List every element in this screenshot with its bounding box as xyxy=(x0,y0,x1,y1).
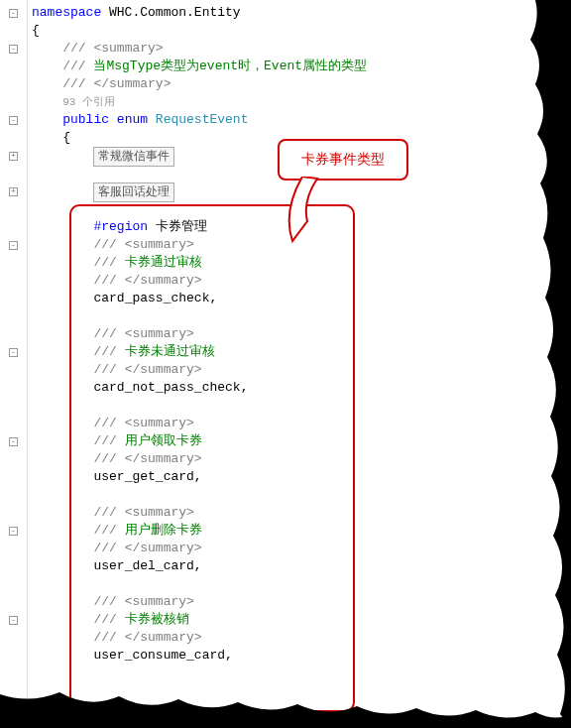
enum-member: card_pass_check, xyxy=(93,291,217,305)
doc-text: 卡券未通过审核 xyxy=(125,344,215,359)
doc-prefix: /// xyxy=(93,433,124,448)
doc-text: 当MsgType类型为event时，Event属性的类型 xyxy=(93,59,367,73)
enum-member: user_del_card, xyxy=(93,558,201,573)
fold-icon[interactable]: - xyxy=(9,437,18,446)
region-title: 卡券管理 xyxy=(148,219,207,234)
doc-text: 用户领取卡券 xyxy=(125,433,202,448)
doc-comment: /// <summary> xyxy=(93,416,193,430)
fold-icon[interactable]: - xyxy=(9,241,18,250)
fold-icon[interactable]: - xyxy=(9,527,18,536)
enum-member: user_consume_card, xyxy=(93,648,232,663)
brace: { xyxy=(32,23,40,38)
doc-comment: /// </summary> xyxy=(93,273,201,288)
doc-comment: /// </summary> xyxy=(93,362,201,377)
fold-icon[interactable]: - xyxy=(9,45,18,54)
doc-comment: /// </summary> xyxy=(93,630,201,645)
brace: { xyxy=(62,130,70,145)
doc-prefix: /// xyxy=(93,255,124,270)
gutter: - - - + + - - - - - xyxy=(0,0,28,728)
doc-comment: /// </summary> xyxy=(93,451,201,466)
doc-comment: /// </summary> xyxy=(93,541,201,555)
namespace-name: WHC.Common.Entity xyxy=(101,5,240,20)
fold-icon[interactable]: + xyxy=(9,152,18,161)
keyword: namespace xyxy=(32,5,101,20)
doc-comment: /// <summary> xyxy=(93,326,193,341)
enum-member: user_get_card, xyxy=(93,469,201,484)
fold-icon[interactable]: + xyxy=(9,187,18,196)
region-keyword: #region xyxy=(93,219,148,234)
doc-text: 卡券被核销 xyxy=(125,612,189,627)
keyword: enum xyxy=(109,112,156,127)
doc-prefix: /// xyxy=(62,59,93,73)
fold-icon[interactable]: - xyxy=(9,116,18,125)
codelens-refs[interactable]: 93 个引用 xyxy=(62,96,115,108)
doc-comment: /// <summary> xyxy=(93,594,193,609)
type-name: RequestEvent xyxy=(156,112,249,127)
doc-prefix: /// xyxy=(93,344,124,359)
enum-member: card_not_pass_check, xyxy=(93,380,248,395)
fold-icon[interactable]: - xyxy=(9,348,18,357)
fold-icon[interactable]: - xyxy=(9,616,18,625)
doc-text: 用户删除卡券 xyxy=(125,523,202,538)
doc-comment: /// </summary> xyxy=(62,76,171,91)
doc-prefix: /// xyxy=(93,612,124,627)
collapsed-region[interactable]: 常规微信事件 xyxy=(93,147,174,167)
doc-comment: /// <summary> xyxy=(93,237,193,252)
doc-prefix: /// xyxy=(93,523,124,538)
keyword: public xyxy=(62,112,109,127)
collapsed-region[interactable]: 客服回话处理 xyxy=(93,182,174,202)
code-editor[interactable]: - - - + + - - - - - xyxy=(0,0,571,728)
fold-icon[interactable]: - xyxy=(9,9,18,18)
doc-comment: /// <summary> xyxy=(62,41,163,56)
doc-text: 卡券通过审核 xyxy=(125,255,202,270)
code-area[interactable]: namespace WHC.Common.Entity { /// <summa… xyxy=(28,0,571,728)
doc-comment: /// <summary> xyxy=(93,505,193,520)
